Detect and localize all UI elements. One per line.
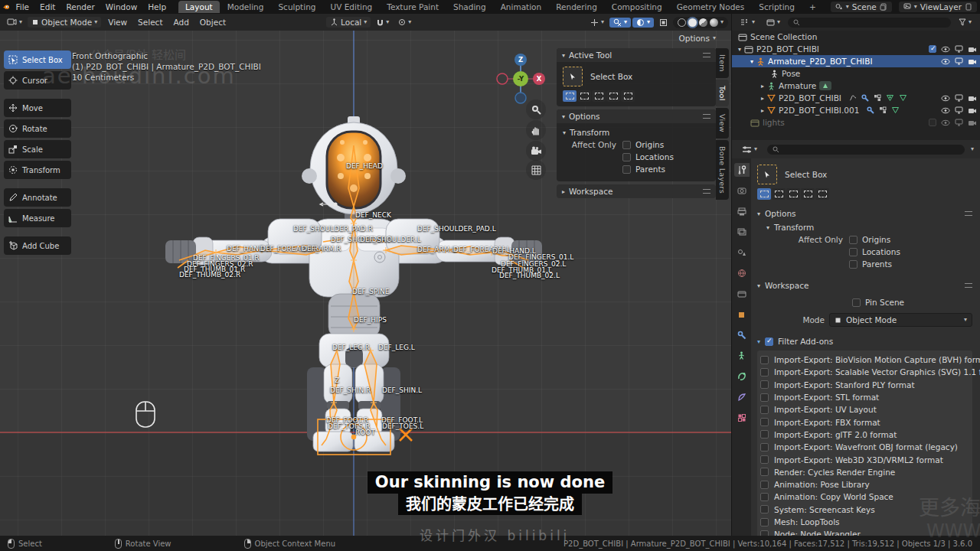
monitor-icon[interactable] [955,57,963,65]
render-pass-button[interactable] [655,18,671,28]
tab-physics[interactable] [734,370,750,383]
outliner-row-lights[interactable]: lights [732,116,980,129]
addon-checkbox[interactable] [760,380,769,389]
toggle-grid-button[interactable] [526,160,546,180]
tool-move[interactable]: Move [4,99,71,117]
addon-checkbox[interactable] [760,443,769,452]
select-mode-intersect[interactable] [621,90,635,102]
tool-transform[interactable]: Transform [4,161,71,179]
expand-arrow-icon[interactable]: ▸ [761,107,764,114]
workspace-tab[interactable]: Modeling [220,1,271,13]
n-panel-tab[interactable]: Tool [716,80,729,107]
tool-select-box[interactable]: Select Box [4,51,71,69]
zoom-view-button[interactable] [526,99,546,119]
options-section-header[interactable]: ▾ Options [757,209,972,218]
addon-checkbox[interactable] [760,518,769,527]
outliner-row-mesh-2[interactable]: ▸ P2D_BOT_CHIBI.001 [732,104,980,116]
tool-add-cube[interactable]: Add Cube [4,236,71,255]
outliner-search-input[interactable] [788,18,951,28]
active-tool-panel-header[interactable]: ▾ Active Tool [557,48,716,62]
select-box-tool-icon[interactable] [563,67,583,86]
select-mode-new[interactable] [563,90,577,102]
xray-toggle[interactable]: ▾ [632,18,654,28]
outliner-row-scene-collection[interactable]: Scene Collection [732,31,980,43]
camera-icon[interactable] [968,119,977,126]
viewport-options-button[interactable]: Options ▾ [678,34,716,43]
camera-view-button[interactable] [526,141,546,161]
camera-icon[interactable] [968,107,977,114]
select-mode-new[interactable] [757,188,771,200]
tab-object-data[interactable] [734,390,750,404]
transform-subpanel-header[interactable]: ▾ Transform [563,128,710,137]
addon-row[interactable]: Import-Export: Scalable Vector Graphics … [760,366,972,378]
workspace-tab[interactable]: Animation [494,1,549,13]
workspace-panel-header[interactable]: ▸ Workspace [557,184,716,198]
viewport-menu-item[interactable]: View [103,16,132,29]
outliner-row-armature-data[interactable]: ▸ Armature [732,80,980,92]
viewport-menu-item[interactable]: Add [168,16,194,29]
workspace-section-header[interactable]: ▾ Workspace [757,281,972,290]
eye-icon[interactable] [941,95,950,102]
properties-search-input[interactable] [767,145,965,155]
tab-render[interactable] [734,184,750,197]
eye-icon[interactable] [941,107,950,114]
tool-scale[interactable]: Scale [4,140,71,158]
monitor-icon[interactable] [955,106,963,114]
addon-checkbox[interactable] [760,356,769,364]
n-panel-tab[interactable]: Item [716,48,729,78]
eye-icon[interactable] [941,58,950,65]
addon-checkbox[interactable] [760,418,769,426]
expand-arrow-icon[interactable]: ▸ [761,83,764,90]
tool-measure[interactable]: Measure [4,209,71,227]
addon-row[interactable]: Import-Export: STL format [760,391,972,403]
show-gizmo-dropdown[interactable]: ▾ [586,18,608,28]
n-panel-tab[interactable]: Bone Layers [716,140,729,200]
collection-checkbox[interactable] [929,119,936,126]
tab-output[interactable] [734,204,750,218]
workspace-tab[interactable]: Shading [446,1,493,13]
scene-selector[interactable]: ▾ Scene [831,2,892,12]
select-mode-invert[interactable] [801,188,815,200]
overlays-toggle[interactable]: ▾ [609,18,631,28]
viewport-menu-item[interactable]: Object [194,16,231,29]
workspace-tab[interactable]: Sculpting [271,1,322,13]
tab-material[interactable] [734,411,750,425]
viewport-menu-item[interactable]: Select [132,16,168,29]
addon-row[interactable]: Import-Export: UV Layout [760,403,972,416]
tab-collection[interactable] [734,287,750,301]
topbar-menu-item[interactable]: File [11,1,35,14]
expand-arrow-icon[interactable]: ▸ [761,95,764,102]
parents-checkbox[interactable] [849,260,858,269]
camera-icon[interactable] [968,95,977,102]
tab-particles[interactable] [734,349,750,363]
viewlayer-selector[interactable]: ▾ ViewLayer [899,2,977,12]
panel-menu-icon[interactable] [703,189,710,194]
expand-arrow-icon[interactable]: ▾ [750,58,753,65]
tool-rotate[interactable]: Rotate [4,119,71,138]
filter-addons-checkbox[interactable] [765,337,773,346]
outliner-row-mesh-1[interactable]: ▸ P2D_BOT_CHIBI [732,92,980,104]
workspace-tab[interactable]: Layout [178,1,220,13]
camera-icon[interactable] [968,46,977,53]
tool-annotate[interactable]: Annotate [4,188,71,207]
addon-row[interactable]: Import-Export: glTF 2.0 format [760,429,972,441]
parents-checkbox[interactable] [622,165,631,174]
chevron-down-icon[interactable]: ▾ [971,146,974,152]
addon-checkbox[interactable] [760,406,769,414]
outliner-collection-button[interactable]: ▾ [763,18,784,27]
addon-row[interactable]: Import-Export: Web3D X3D/VRML2 format [760,453,972,465]
transform-section-header[interactable]: ▾ Transform [766,223,972,232]
origins-checkbox[interactable] [622,141,631,149]
locations-checkbox[interactable] [849,248,858,256]
workspace-tab[interactable]: Geometry Nodes [670,1,752,13]
mode-dropdown[interactable]: Object Mode ▾ [829,313,972,327]
addon-row[interactable]: Import-Export: Wavefront OBJ format (leg… [760,441,972,453]
outliner-filter-button[interactable]: ▾ [955,18,975,27]
addon-row[interactable]: Import-Export: Stanford PLY format [760,379,972,391]
camera-icon[interactable] [968,58,977,65]
select-mode-extend[interactable] [577,90,591,102]
addon-checkbox[interactable] [760,455,769,464]
pin-scene-checkbox[interactable] [852,298,861,307]
select-mode-invert[interactable] [606,90,620,102]
panel-menu-icon[interactable] [703,53,710,57]
